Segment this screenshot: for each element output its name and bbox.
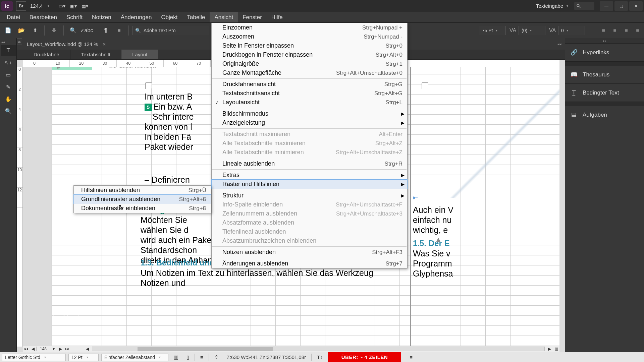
menu-item-extras[interactable]: Extras▶ [212,171,407,180]
prev-page-button[interactable]: ◀ [30,347,36,351]
submenu-item-hilfslinien-ausblenden[interactable]: Hilfslinien ausblendenStrg+Ü [74,186,211,195]
menu-item-ganze-montagefl-che[interactable]: Ganze MontageflächeStrg+Alt+Umschalttast… [212,68,407,77]
status-font-combo[interactable]: Letter Gothic Std▾ [2,354,66,361]
page-dropdown[interactable]: ▾ [50,347,57,351]
text-column[interactable]: 1.5. Der E Was Sie v Programm Glyphensa [413,238,480,279]
open-icon[interactable]: 📂 [15,24,28,37]
panel-bedingter-text[interactable]: T̲ Bedingter Text [565,84,644,102]
close-icon[interactable]: ✕ [102,42,106,47]
menu-item-seite-in-fenster-einpassen[interactable]: Seite in Fenster einpassenStrg+0 [212,41,407,50]
split-view-icon[interactable]: ▥ [553,347,559,351]
menu-tabelle[interactable]: Tabelle [182,12,210,22]
menu-fenster[interactable]: Fenster [238,12,267,22]
tracking-combo[interactable]: (0)▾ [519,26,545,35]
menu-item-notizen-ausblenden[interactable]: Notizen ausblendenStrg+Alt+F3 [212,248,407,257]
menu-item--nderungen-ausblenden[interactable]: Änderungen ausblendenStrg+7 [212,259,407,268]
menu-datei[interactable]: Datei [2,12,25,22]
panel-hyperlinks[interactable]: 🔗 Hyperlinks [565,44,644,62]
document-tab[interactable]: Layout_Workflow.indd @ 124 % ✕ [23,39,109,49]
status-size-combo[interactable]: 12 Pt▾ [68,354,99,361]
page-icon[interactable]: ▯ [184,354,192,361]
scroll-left-button[interactable]: ◀ [84,347,91,351]
workspace-switcher[interactable]: Texteingabe ▾ [533,3,572,9]
depth-icon[interactable]: ⇕ [212,354,221,361]
position-tool[interactable]: ↖+ [1,57,16,68]
minimize-button[interactable]: — [600,1,613,11]
menu-shortcut: Strg+R [385,161,402,167]
panel-aufgaben[interactable]: ▤ Aufgaben [565,106,644,124]
type-tool[interactable]: T [1,45,16,56]
bridge-icon[interactable]: Br [16,1,26,11]
font-family-combo[interactable]: 🔍 Adobe Text Pro [132,26,209,35]
menu-item-druckfahnenansicht[interactable]: DruckfahnenansichtStrg+G [212,80,407,89]
zoom-tool[interactable]: 🔍 [1,105,16,117]
find-icon[interactable]: 🔍 [67,24,79,37]
menu-item-layoutansicht[interactable]: ✓LayoutansichtStrg+L [212,98,407,107]
menu-objekt[interactable]: Objekt [156,12,182,22]
align-left-icon[interactable]: ≡ [599,26,608,35]
tab-layout[interactable]: Layout [121,50,158,59]
menu-item-label: Druckfahnenansicht [222,81,384,88]
menu-item-auszoomen[interactable]: AuszoomenStrg+Numpad - [212,32,407,41]
panel-collapse-icon[interactable]: ◂◂ [557,42,565,46]
workspace-label: Texteingabe [536,3,563,9]
menu-notizen[interactable]: Notizen [87,12,116,22]
submenu-arrow-icon: ▶ [401,111,405,116]
tab-druckfahne[interactable]: Druckfahne [23,50,70,59]
menu-item-anzeigeleistung[interactable]: Anzeigeleistung▶ [212,118,407,127]
status-spacing-combo[interactable]: Einfacher Zeilenabstand▾ [101,354,168,361]
save-icon[interactable]: ⬆ [29,24,41,37]
new-icon[interactable]: 📄 [2,24,14,37]
collapse-panels-icon[interactable]: ▸▸ [565,38,644,44]
view-options-icon[interactable]: ▭▾ [57,1,67,11]
page-number-field[interactable]: 148 [36,347,50,351]
menu-item-druckbogen-in-fenster-einpassen[interactable]: Druckbogen in Fenster einpassenStrg+Alt+… [212,50,407,59]
baseline-combo[interactable]: 0▾ [558,26,585,35]
maximize-button[interactable]: ▢ [614,1,628,11]
menu-schrift[interactable]: Schrift [62,12,87,22]
search-input[interactable] [574,2,594,10]
close-button[interactable]: ✕ [629,1,643,11]
menu-item-einzoomen[interactable]: EinzoomenStrg+Numpad + [212,23,407,32]
menu-item-struktur[interactable]: Struktur▶ [212,191,407,200]
collapse-icon[interactable]: ▸▸ [17,38,22,45]
print-icon[interactable]: 🖶 [48,24,60,37]
menu-hilfe[interactable]: Hilfe [267,12,287,22]
align-center-icon[interactable]: ≡ [610,26,619,35]
submenu-item-dokumentraster-einblenden[interactable]: Dokumentraster einblendenStrg+ß [74,204,211,213]
menu-aenderungen[interactable]: Änderungen [116,12,157,22]
align-justify-icon[interactable]: ≡ [633,26,642,35]
eyedropper-tool[interactable]: ✎ [1,81,16,93]
font-size-combo[interactable]: 75 Pt▾ [479,26,506,35]
note-anchor-icon[interactable] [145,82,152,89]
menu-item-raster-und-hilfslinien[interactable]: Raster und Hilfslinien▶ [212,180,407,189]
arrange-icon[interactable]: ▦▾ [80,1,90,11]
menu-icon[interactable]: ≡ [113,24,125,37]
next-page-button[interactable]: ▶ [57,347,64,351]
hand-tool[interactable]: ✋ [1,93,16,105]
horizontal-scrollbar[interactable] [92,347,545,351]
panel-thesaurus[interactable]: 📖 Thesaurus [565,66,644,84]
menu-bearbeiten[interactable]: Bearbeiten [25,12,62,22]
column-icon[interactable]: ▥ [171,354,181,361]
menu-item-originalgr-e[interactable]: OriginalgrößeStrg+1 [212,59,407,68]
menu-item-lineale-ausblenden[interactable]: Lineale ausblendenStrg+R [212,159,407,168]
menu-item-bildschirmmodus[interactable]: Bildschirmmodus▶ [212,109,407,118]
last-page-button[interactable]: ⏭ [64,347,70,351]
text-stats-icon[interactable]: T↕ [314,354,325,361]
align-icon[interactable]: ≡ [198,354,206,361]
align-right-icon[interactable]: ≡ [622,26,631,35]
pilcrow-icon[interactable]: ¶ [100,24,112,37]
tab-textabschnitt[interactable]: Textabschnitt [70,50,122,59]
text-column[interactable]: Auch ein V einfach nu wichtig, e [413,205,480,235]
spellcheck-icon[interactable]: ✓abc [80,24,93,37]
submenu-item-grundlinienraster-ausblenden[interactable]: Grundlinienraster ausblendenStrg+Alt+ß [74,195,211,204]
zoom-level-combo[interactable]: 124,4 ▾ [28,3,57,9]
menu-icon[interactable]: ≡ [407,354,415,361]
note-tool[interactable]: ▭ [1,69,16,80]
scroll-right-button[interactable]: ▶ [546,347,553,351]
menu-ansicht[interactable]: Ansicht [210,12,238,22]
first-page-button[interactable]: ⏮ [23,347,30,351]
menu-item-textabschnittsansicht[interactable]: TextabschnittsansichtStrg+Alt+G [212,89,407,98]
screen-mode-icon[interactable]: ▣▾ [68,1,78,11]
